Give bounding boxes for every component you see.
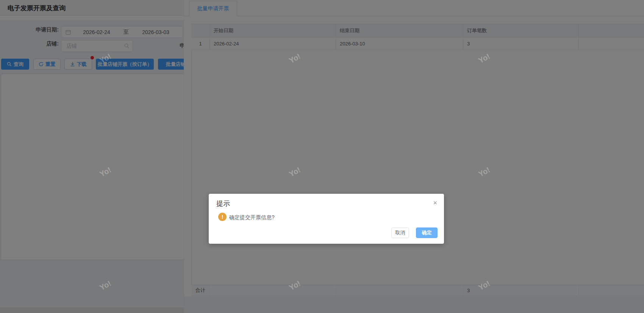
confirm-dialog: 提示 × ! 确定提交开票信息? 取消 确定 [209, 194, 444, 244]
warning-icon: ! [218, 213, 227, 221]
confirm-button-label: 确定 [422, 229, 432, 236]
close-icon[interactable]: × [433, 199, 437, 206]
app-window: 电子发票开票及查询 申请日期: 2026-02-24 至 2026-03-03 … [0, 0, 644, 313]
cancel-button[interactable]: 取消 [391, 227, 409, 238]
confirm-button[interactable]: 确定 [416, 227, 438, 238]
dialog-title: 提示 [216, 199, 230, 208]
cancel-button-label: 取消 [395, 229, 405, 236]
modal-overlay[interactable] [0, 0, 644, 313]
dialog-message: 确定提交开票信息? [229, 214, 275, 221]
